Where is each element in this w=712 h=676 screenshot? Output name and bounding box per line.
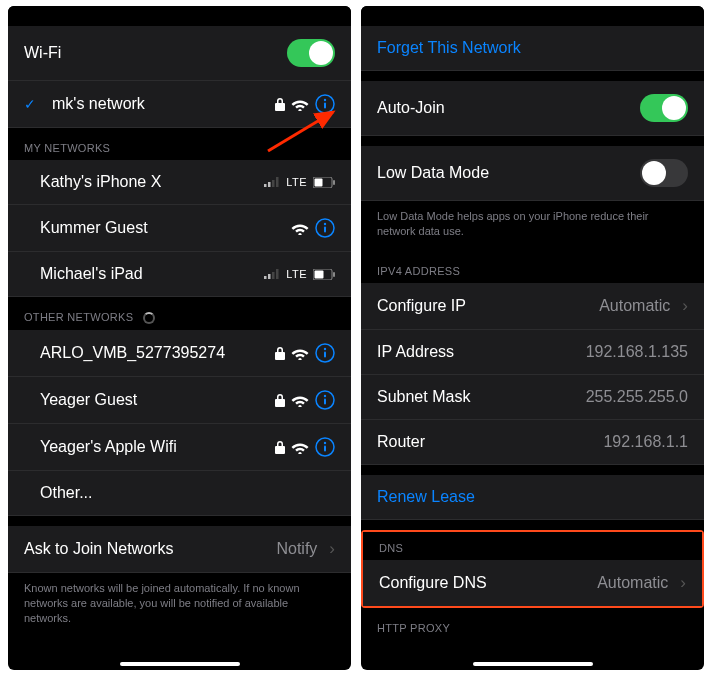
lowdata-switch[interactable] <box>640 159 688 187</box>
svg-rect-14 <box>268 274 271 279</box>
svg-rect-12 <box>324 227 326 233</box>
wifi-icon <box>291 347 309 360</box>
connected-network-name: mk's network <box>52 95 265 113</box>
ask-to-join-label: Ask to Join Networks <box>24 540 266 558</box>
dns-header: DNS <box>363 532 702 560</box>
wifi-icon <box>291 222 309 235</box>
wifi-list-screen: Wi-Fi ✓ mk's network My Networks Kathy's… <box>8 6 351 670</box>
ask-to-join-footer: Known networks will be joined automatica… <box>8 573 351 638</box>
chevron-right-icon: › <box>329 539 335 559</box>
wifi-icon <box>291 394 309 407</box>
info-icon[interactable] <box>315 437 335 457</box>
other-network-row[interactable]: Yeager Guest <box>8 377 351 424</box>
connected-network-row[interactable]: ✓ mk's network <box>8 81 351 128</box>
lte-label: LTE <box>286 176 307 188</box>
home-indicator[interactable] <box>120 662 240 666</box>
configure-dns-value: Automatic <box>597 574 668 592</box>
svg-rect-18 <box>315 270 324 278</box>
ip-address-value: 192.168.1.135 <box>586 343 688 361</box>
autojoin-row[interactable]: Auto-Join <box>361 81 704 136</box>
wifi-icon <box>291 441 309 454</box>
subnet-label: Subnet Mask <box>377 388 576 406</box>
configure-ip-label: Configure IP <box>377 297 589 315</box>
wifi-icon <box>291 98 309 111</box>
autojoin-label: Auto-Join <box>377 99 630 117</box>
subnet-row: Subnet Mask 255.255.255.0 <box>361 375 704 420</box>
svg-rect-4 <box>268 182 271 187</box>
svg-rect-16 <box>276 269 279 279</box>
configure-ip-row[interactable]: Configure IP Automatic › <box>361 283 704 330</box>
configure-dns-label: Configure DNS <box>379 574 587 592</box>
lock-icon <box>275 441 285 454</box>
wifi-toggle-row[interactable]: Wi-Fi <box>8 26 351 81</box>
home-indicator[interactable] <box>473 662 593 666</box>
forget-network-row[interactable]: Forget This Network <box>361 26 704 71</box>
ip-address-label: IP Address <box>377 343 576 361</box>
info-icon[interactable] <box>315 218 335 238</box>
other-network-row[interactable]: ARLO_VMB_5277395274 <box>8 330 351 377</box>
forget-network-label: Forget This Network <box>377 39 521 57</box>
autojoin-switch[interactable] <box>640 94 688 122</box>
my-networks-header: My Networks <box>8 128 351 160</box>
svg-point-1 <box>324 99 326 101</box>
router-row: Router 192.168.1.1 <box>361 420 704 465</box>
network-detail-screen: Forget This Network Auto-Join Low Data M… <box>361 6 704 670</box>
svg-rect-3 <box>264 184 267 187</box>
other-label: Other... <box>40 484 335 502</box>
lock-icon <box>275 347 285 360</box>
lowdata-label: Low Data Mode <box>377 164 630 182</box>
ask-to-join-value: Notify <box>276 540 317 558</box>
httpproxy-header: HTTP Proxy <box>361 608 704 640</box>
ask-to-join-row[interactable]: Ask to Join Networks Notify › <box>8 526 351 573</box>
svg-rect-9 <box>333 180 335 185</box>
network-name: Kathy's iPhone X <box>40 173 254 191</box>
renew-lease-row[interactable]: Renew Lease <box>361 475 704 520</box>
my-network-row[interactable]: Kummer Guest <box>8 205 351 252</box>
battery-icon <box>313 269 335 280</box>
my-network-row[interactable]: Michael's iPad LTE <box>8 252 351 297</box>
other-networks-header-text: Other Networks <box>24 311 133 323</box>
router-value: 192.168.1.1 <box>603 433 688 451</box>
svg-rect-13 <box>264 276 267 279</box>
configure-ip-value: Automatic <box>599 297 670 315</box>
svg-point-11 <box>324 223 326 225</box>
svg-rect-5 <box>272 180 275 187</box>
dns-highlight-box: DNS Configure DNS Automatic › <box>361 530 704 608</box>
svg-rect-2 <box>324 103 326 109</box>
ip-address-row: IP Address 192.168.1.135 <box>361 330 704 375</box>
lowdata-row[interactable]: Low Data Mode <box>361 146 704 201</box>
check-icon: ✓ <box>24 96 38 112</box>
svg-rect-22 <box>324 352 326 358</box>
lowdata-footer: Low Data Mode helps apps on your iPhone … <box>361 201 704 251</box>
svg-point-24 <box>324 395 326 397</box>
renew-lease-label: Renew Lease <box>377 488 475 506</box>
network-name: Yeager Guest <box>40 391 265 409</box>
network-name: ARLO_VMB_5277395274 <box>40 344 265 362</box>
chevron-right-icon: › <box>680 573 686 593</box>
network-name: Kummer Guest <box>40 219 281 237</box>
chevron-right-icon: › <box>682 296 688 316</box>
other-network-row[interactable]: Yeager's Apple Wifi <box>8 424 351 471</box>
info-icon[interactable] <box>315 390 335 410</box>
my-network-row[interactable]: Kathy's iPhone X LTE <box>8 160 351 205</box>
signal-bars-icon <box>264 269 280 279</box>
svg-rect-28 <box>324 446 326 452</box>
svg-point-27 <box>324 442 326 444</box>
ipv4-header: IPV4 Address <box>361 251 704 283</box>
network-name: Michael's iPad <box>40 265 254 283</box>
router-label: Router <box>377 433 593 451</box>
svg-rect-19 <box>333 272 335 277</box>
subnet-value: 255.255.255.0 <box>586 388 688 406</box>
spinner-icon <box>143 312 155 324</box>
signal-bars-icon <box>264 177 280 187</box>
wifi-switch[interactable] <box>287 39 335 67</box>
svg-point-21 <box>324 348 326 350</box>
lock-icon <box>275 394 285 407</box>
svg-rect-15 <box>272 272 275 279</box>
info-icon[interactable] <box>315 94 335 114</box>
info-icon[interactable] <box>315 343 335 363</box>
svg-rect-25 <box>324 399 326 405</box>
other-network-manual[interactable]: Other... <box>8 471 351 516</box>
configure-dns-row[interactable]: Configure DNS Automatic › <box>363 560 702 606</box>
svg-rect-8 <box>315 178 323 186</box>
